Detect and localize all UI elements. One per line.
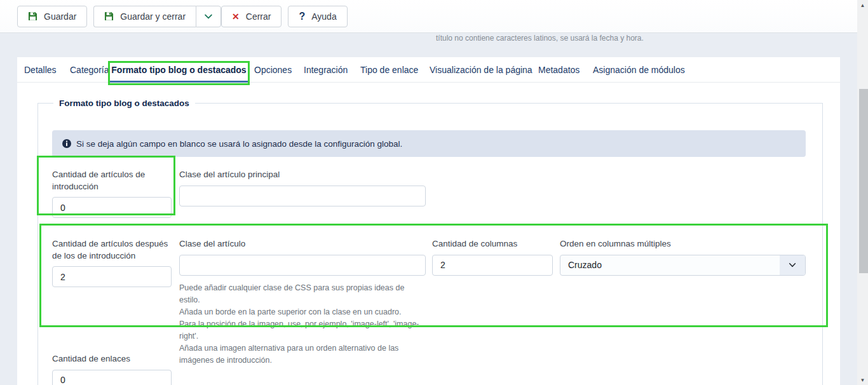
tab-asignacion-modulos[interactable]: Asignación de módulos: [593, 57, 685, 83]
field-article-class-label: Clase del artículo: [179, 238, 426, 250]
field-num-intro: Cantidad de artículos después de los de …: [52, 238, 172, 287]
help-line: Añada una imagen alternativa para un ord…: [179, 342, 426, 367]
tab-detalles[interactable]: Detalles: [24, 57, 57, 83]
multi-order-select[interactable]: Cruzado: [560, 255, 806, 276]
alias-notice-text: título no contiene caracteres latinos, s…: [436, 34, 644, 43]
vertical-scrollbar[interactable]: ▲ ▼: [857, 0, 868, 385]
help-button-label: Ayuda: [311, 11, 336, 22]
tab-categoria[interactable]: Categoría: [70, 57, 109, 83]
num-leading-input[interactable]: [52, 197, 172, 218]
field-num-links: Cantidad de enlaces: [52, 353, 172, 385]
close-button[interactable]: ✕ Cerrar: [221, 6, 281, 27]
select-chevron-down-icon: [780, 255, 805, 275]
field-num-columns: Cantidad de columnas: [432, 238, 553, 276]
tab-tipo-enlace[interactable]: Tipo de enlace: [360, 57, 418, 83]
tab-formato-blog[interactable]: Formato tipo blog o destacados: [109, 57, 248, 83]
save-options-dropdown-toggle[interactable]: [196, 6, 221, 27]
scrollbar-thumb[interactable]: [859, 89, 868, 273]
field-multi-order: Orden en columnas múltiples Cruzado: [560, 238, 806, 276]
tab-metadatos[interactable]: Metadatos: [538, 57, 580, 83]
field-num-leading: Cantidad de artículos de introducción: [52, 169, 172, 218]
close-button-label: Cerrar: [246, 11, 271, 22]
field-num-leading-label: Cantidad de artículos de introducción: [52, 169, 172, 192]
save-icon: [28, 11, 37, 21]
save-button-label: Guardar: [44, 11, 76, 22]
save-close-button-label: Guardar y cerrar: [120, 11, 186, 22]
tab-opciones[interactable]: Opciones: [254, 57, 292, 83]
save-close-button-group: Guardar y cerrar: [93, 6, 221, 27]
info-alert: Si se deja algún campo en blanco se usar…: [52, 130, 806, 157]
scroll-up-arrow-icon[interactable]: ▲: [857, 0, 868, 10]
field-article-class: Clase del artículo Puede añadir cualquie…: [179, 238, 426, 367]
tab-integracion[interactable]: Integración: [304, 57, 348, 83]
field-leading-class: Clase del artículo principal: [179, 169, 426, 206]
question-mark-icon: ?: [299, 11, 305, 22]
field-num-links-label: Cantidad de enlaces: [52, 353, 172, 365]
multi-order-selected-value: Cruzado: [560, 260, 780, 270]
article-class-input[interactable]: [179, 255, 426, 276]
chevron-down-icon: [204, 12, 213, 21]
toolbar: Guardar Guardar y cerrar ✕ Cerrar ? Ayud…: [0, 0, 857, 33]
help-line: Para la posición de la imagen, use, por …: [179, 318, 426, 342]
field-multi-order-label: Orden en columnas múltiples: [560, 238, 806, 250]
info-icon: [62, 139, 71, 148]
help-line: Añada un borde en la parte superior con …: [179, 306, 426, 318]
num-links-input[interactable]: [52, 370, 172, 385]
tab-visualizacion[interactable]: Visualización de la página: [430, 57, 532, 83]
num-intro-input[interactable]: [52, 266, 172, 287]
help-button[interactable]: ? Ayuda: [288, 6, 347, 27]
blog-layout-fieldset: Formato tipo blog o destacados Si se dej…: [37, 98, 823, 385]
leading-class-input[interactable]: [179, 186, 426, 206]
close-icon: ✕: [232, 12, 240, 21]
fieldset-legend: Formato tipo blog o destacados: [53, 98, 195, 108]
info-alert-text: Si se deja algún campo en blanco se usar…: [76, 139, 402, 149]
tab-bar: Detalles Categoría Formato tipo blog o d…: [17, 57, 840, 83]
field-num-columns-label: Cantidad de columnas: [432, 238, 553, 250]
num-columns-input[interactable]: [432, 255, 553, 276]
content-card: Detalles Categoría Formato tipo blog o d…: [17, 57, 840, 385]
save-close-button[interactable]: Guardar y cerrar: [93, 6, 196, 27]
field-num-intro-label: Cantidad de artículos después de los de …: [52, 238, 172, 262]
save-icon: [104, 11, 114, 21]
field-leading-class-label: Clase del artículo principal: [179, 169, 426, 181]
save-button[interactable]: Guardar: [17, 6, 87, 27]
article-class-help: Puede añadir cualquier clase de CSS para…: [179, 282, 426, 367]
scroll-down-arrow-icon[interactable]: ▼: [857, 375, 868, 385]
help-line: Puede añadir cualquier clase de CSS para…: [179, 282, 426, 306]
